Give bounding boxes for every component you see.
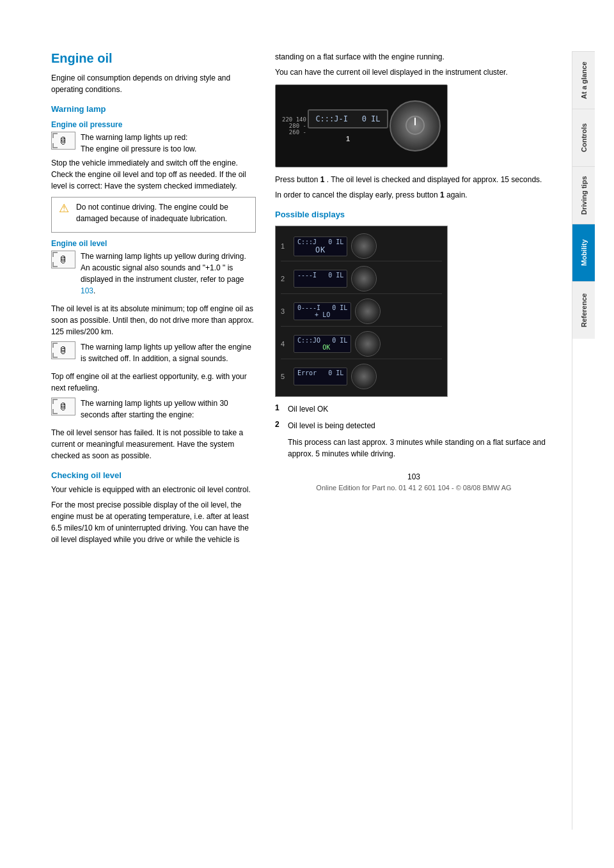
display-row-2: 2 ----I 0 IL (281, 264, 442, 294)
display-row-4: 4 C:::JO 0 IL OK (281, 329, 442, 359)
oil-level-icon-2: 🛢 (51, 341, 75, 359)
oil-level-icon-img-1: 🛢 (51, 251, 75, 268)
warning-lamp-heading: Warning lamp (51, 104, 256, 114)
oil-level-icon-row-1: 🛢 The warning lamp lights up yellow duri… (51, 251, 256, 300)
warning-note-box: ⚠ Do not continue driving. The engine co… (51, 197, 256, 233)
possible-displays-heading: Possible displays (275, 210, 553, 219)
oil-level-heading: Engine oil level (51, 239, 256, 248)
oil-pressure-icon-row-1: 🛢 The warning lamp lights up red: The en… (51, 132, 256, 155)
item-1-text: Oil level OK (288, 403, 328, 415)
numbered-item-1: 1 Oil level OK (275, 403, 553, 415)
oil-level-icon-img-3: 🛢 (51, 398, 75, 415)
checking-text2: For the most precise possible display of… (51, 499, 256, 545)
cancel-text2: again. (446, 190, 468, 199)
page-number-area: 103 (275, 472, 553, 481)
tachometer-gauge (390, 100, 441, 151)
warning-note-text: Do not continue driving. The engine coul… (76, 203, 228, 223)
sidebar-tab-at-a-glance[interactable]: At a glance (572, 51, 595, 109)
oil-level-text1: The warning lamp lights up yellow during… (81, 252, 246, 284)
sidebar-tab-controls[interactable]: Controls (572, 109, 595, 166)
oil-pressure-text1: The warning lamp lights up red: (81, 133, 187, 142)
display-2-gauge (351, 266, 377, 291)
footer-text: Online Edition for Part no. 01 41 2 601 … (275, 484, 553, 492)
display-2-screen: ----I 0 IL (294, 270, 347, 288)
display-1-screen: C:::J 0 ILOK (294, 236, 347, 256)
oil-can-icon: 🛢 (51, 132, 75, 150)
instrument-inner: 220 140280 -260 - C:::J-I 0 IL 1 (276, 94, 447, 158)
oil-level-icon-img-2: 🛢 (51, 341, 75, 359)
page-wrapper: Engine oil Engine oil consumption depend… (0, 0, 614, 868)
intro-text: Engine oil consumption depends on drivin… (51, 72, 256, 95)
oil-pressure-text2: The engine oil pressure is too low. (81, 144, 196, 153)
right-sidebar: At a glance Controls Driving tips Mobili… (572, 51, 595, 830)
display-3-screen: 0----I 0 IL+ LO (294, 302, 351, 320)
display-5-screen: Error 0 IL (294, 368, 347, 385)
press-button-text: Press button 1 . The oil level is checke… (275, 174, 553, 185)
instrument-cluster-image: 220 140280 -260 - C:::J-I 0 IL 1 (275, 84, 448, 167)
button-1-bold: 1 (320, 175, 325, 184)
oil-level-icon-3: 🛢 (51, 398, 75, 415)
left-column: Engine oil Engine oil consumption depend… (51, 51, 256, 830)
oil-level-text4a: The warning lamp lights up yellow within… (81, 398, 256, 421)
item-1-number: 1 (275, 403, 288, 412)
display-5-gauge (351, 364, 377, 389)
display-row-5: 5 Error 0 IL (281, 362, 442, 391)
button-1-label: 1 (346, 135, 350, 143)
display-text-main: C:::J-I 0 IL (315, 114, 380, 123)
speedometer-area: 220 140280 -260 - (282, 116, 306, 136)
numbered-item-2: 2 Oil level is being detected (275, 420, 553, 431)
item-2-number: 2 (275, 420, 288, 429)
oil-pressure-heading: Engine oil pressure (51, 120, 256, 129)
right-column: standing on a flat surface with the engi… (275, 51, 553, 830)
oil-pressure-text3: Stop the vehicle immediately and switch … (51, 157, 256, 192)
display-1-gauge (351, 233, 377, 259)
possible-displays-image: 1 C:::J 0 ILOK 2 ----I 0 IL 3 0----I 0 I… (275, 226, 448, 397)
page-number: 103 (407, 472, 420, 481)
cancel-text: In order to cancel the display early, pr… (275, 189, 553, 201)
display-screen-main: C:::J-I 0 IL (308, 109, 388, 128)
display-4-screen: C:::JO 0 IL OK (294, 335, 351, 353)
cancel-bold: 1 (440, 190, 445, 199)
oil-level-icon-row-2: 🛢 The warning lamp lights up yellow afte… (51, 341, 256, 368)
press-button-text2: . The oil level is checked and displayed… (327, 175, 542, 184)
oil-level-icon-row-3: 🛢 The warning lamp lights up yellow with… (51, 398, 256, 424)
item-2-text: Oil level is being detected (288, 420, 375, 431)
warning-triangle-icon: ⚠ (57, 201, 71, 215)
page-title: Engine oil (51, 51, 256, 66)
oil-level-text4b: The oil level sensor has failed. It is n… (51, 427, 256, 461)
display-4-gauge (355, 331, 381, 357)
checking-oil-level-heading: Checking oil level (51, 470, 256, 480)
display-3-gauge (355, 298, 381, 324)
checking-text3: standing on a flat surface with the engi… (275, 51, 553, 63)
sidebar-tab-mobility[interactable]: Mobility (572, 224, 595, 281)
page-ref-link[interactable]: 103 (81, 286, 93, 295)
checking-text1: Your vehicle is equipped with an electro… (51, 484, 256, 495)
center-display: C:::J-I 0 IL 1 (308, 109, 388, 143)
oil-level-text3a: The warning lamp lights up yellow after … (81, 341, 256, 364)
checking-text4: You can have the current oil level displ… (275, 66, 553, 78)
main-content: Engine oil Engine oil consumption depend… (0, 0, 614, 868)
oil-can-icon-box: 🛢 (51, 132, 75, 150)
speed-numbers: 220 140280 -260 - (282, 116, 306, 136)
numbered-list: 1 Oil level OK 2 Oil level is being dete… (275, 403, 553, 460)
oil-level-text2: The oil level is at its absolute minimum… (51, 303, 256, 337)
sidebar-tab-reference[interactable]: Reference (572, 281, 595, 339)
oil-level-icon-1: 🛢 (51, 251, 75, 268)
display-row-3: 3 0----I 0 IL+ LO (281, 297, 442, 327)
oil-level-text3b: Top off engine oil at the earliest oppor… (51, 371, 256, 394)
gauge-center (404, 114, 427, 138)
item-2-detail: This process can last approx. 3 minutes … (288, 437, 553, 460)
sidebar-tab-driving-tips[interactable]: Driving tips (572, 166, 595, 224)
display-row-1: 1 C:::J 0 ILOK (281, 231, 442, 261)
